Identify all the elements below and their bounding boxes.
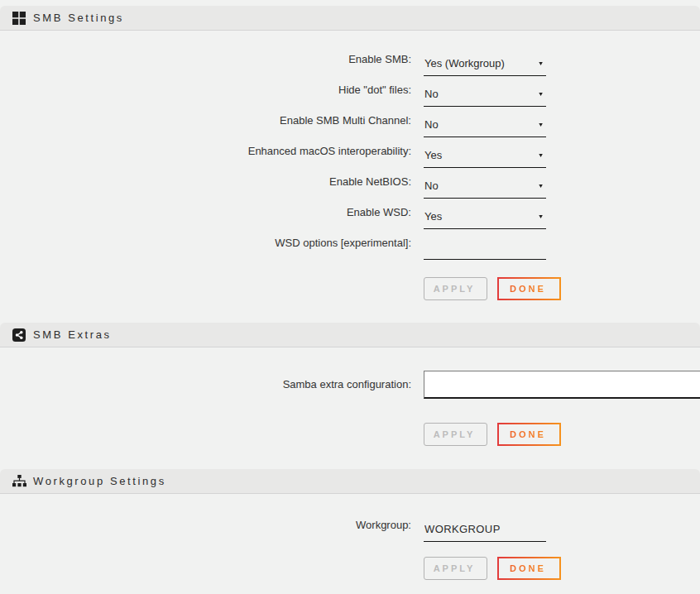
workgroup-settings-header: Workgroup Settings [0,469,700,494]
smb-extras-buttons: APPLY DONE [424,423,700,446]
wsd-label: Enable WSD: [0,206,411,229]
netbios-row: Enable NetBIOS: No ▼ [0,168,700,199]
dropdown-caret-icon: ▼ [538,122,544,127]
enable-smb-row: Enable SMB: Yes (Workgroup) ▼ [0,46,700,76]
hide-dot-files-select[interactable]: No ▼ [424,88,546,107]
enable-smb-label: Enable SMB: [0,53,411,76]
section-title: SMB Extras [33,328,112,341]
done-button[interactable]: DONE [497,277,561,300]
smb-multi-channel-value: No [424,118,439,131]
netbios-select[interactable]: No ▼ [424,180,546,199]
workgroup-settings-body: Workgroup: APPLY DONE [0,494,700,580]
macos-interop-select[interactable]: Yes ▼ [424,149,546,168]
dropdown-caret-icon: ▼ [538,213,544,219]
smb-settings-header: SMB Settings [0,6,700,31]
apply-button[interactable]: APPLY [424,423,487,446]
apply-button[interactable]: APPLY [424,277,487,300]
smb-multi-channel-select[interactable]: No ▼ [424,118,546,137]
smb-extras-header: SMB Extras [0,323,700,347]
share-square-icon [12,328,26,342]
section-title: Workgroup Settings [33,475,166,487]
dropdown-caret-icon: ▼ [538,91,544,97]
smb-settings-section: SMB Settings Enable SMB: Yes (Workgroup)… [0,6,700,300]
hide-dot-files-label: Hide "dot" files: [0,84,411,107]
workgroup-row: Workgroup: [0,511,700,542]
wsd-options-label: WSD options [experimental]: [0,237,411,260]
wsd-row: Enable WSD: Yes ▼ [0,199,700,229]
smb-settings-body: Enable SMB: Yes (Workgroup) ▼ Hide "dot"… [0,31,700,300]
workgroup-input[interactable] [424,523,546,542]
wsd-value: Yes [424,210,442,223]
done-button[interactable]: DONE [497,423,561,446]
workgroup-label: Workgroup: [0,519,411,542]
macos-interop-label: Enhanced macOS interoperability: [0,145,411,168]
wsd-options-row: WSD options [experimental]: [0,229,700,260]
smb-multi-channel-row: Enable SMB Multi Channel: No ▼ [0,107,700,137]
done-button[interactable]: DONE [497,557,561,580]
samba-extra-configuration-textarea[interactable] [424,371,700,399]
windows-icon [12,12,26,25]
netbios-value: No [424,180,439,192]
smb-settings-buttons: APPLY DONE [424,277,700,300]
hide-dot-files-value: No [424,88,439,100]
apply-button[interactable]: APPLY [424,557,487,580]
sitemap-icon [12,475,26,488]
samba-extra-row: Samba extra configuration: [0,371,700,402]
enable-smb-value: Yes (Workgroup) [424,57,505,69]
dropdown-caret-icon: ▼ [538,183,544,189]
macos-interop-row: Enhanced macOS interoperability: Yes ▼ [0,137,700,168]
hide-dot-files-row: Hide "dot" files: No ▼ [0,76,700,107]
samba-extra-label: Samba extra configuration: [0,371,411,390]
wsd-options-input[interactable] [424,241,546,260]
dropdown-caret-icon: ▼ [538,60,544,66]
enable-smb-select[interactable]: Yes (Workgroup) ▼ [424,57,546,76]
wsd-select[interactable]: Yes ▼ [424,210,546,229]
workgroup-settings-buttons: APPLY DONE [424,557,700,580]
smb-multi-channel-label: Enable SMB Multi Channel: [0,114,411,137]
macos-interop-value: Yes [424,149,442,161]
netbios-label: Enable NetBIOS: [0,175,411,199]
workgroup-settings-section: Workgroup Settings Workgroup: APPLY DONE [0,469,700,580]
smb-extras-section: SMB Extras Samba extra configuration: AP… [0,323,700,446]
dropdown-caret-icon: ▼ [538,152,544,158]
smb-extras-body: Samba extra configuration: APPLY DONE [0,347,700,446]
section-title: SMB Settings [33,12,124,24]
